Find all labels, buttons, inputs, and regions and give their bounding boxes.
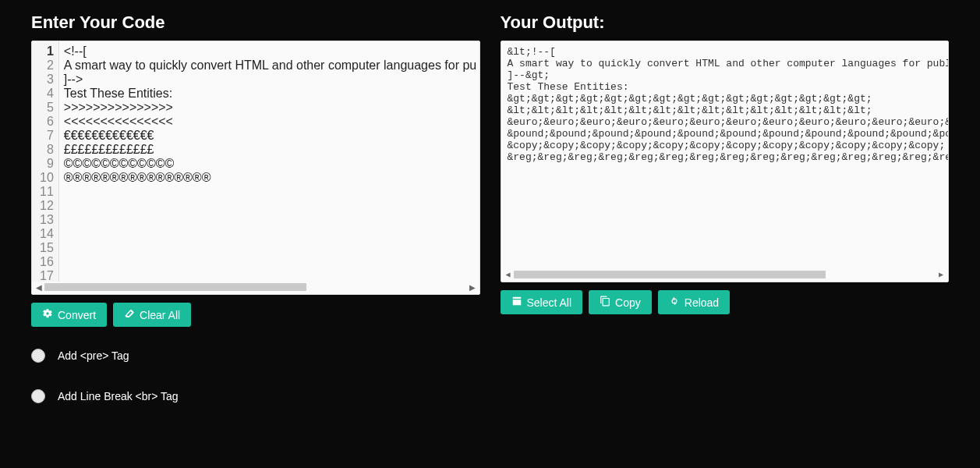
copy-button[interactable]: Copy bbox=[589, 290, 652, 314]
select-all-icon bbox=[511, 296, 522, 309]
add-pre-tag-option[interactable]: Add <pre> Tag bbox=[31, 349, 480, 363]
code-input-area[interactable]: <!--[ A smart way to quickly convert HTM… bbox=[59, 41, 479, 282]
scroll-right-icon[interactable]: ▶ bbox=[469, 283, 476, 292]
eraser-icon bbox=[124, 308, 135, 321]
add-pre-tag-label: Add <pre> Tag bbox=[58, 349, 129, 362]
clear-all-button-label: Clear All bbox=[140, 309, 180, 321]
output-area[interactable]: &lt;!--[ A smart way to quickly convert … bbox=[501, 41, 950, 282]
reload-button[interactable]: Reload bbox=[658, 290, 730, 314]
clear-all-button[interactable]: Clear All bbox=[113, 303, 191, 327]
radio-icon[interactable] bbox=[31, 389, 45, 403]
radio-icon[interactable] bbox=[31, 349, 45, 363]
convert-button[interactable]: Convert bbox=[31, 303, 107, 327]
input-horizontal-scrollbar[interactable]: ◀ ▶ bbox=[35, 282, 476, 292]
input-title: Enter Your Code bbox=[31, 12, 480, 33]
scroll-left-icon[interactable]: ◀ bbox=[504, 269, 512, 281]
select-all-button[interactable]: Select All bbox=[501, 290, 583, 314]
scroll-left-icon[interactable]: ◀ bbox=[35, 283, 43, 292]
input-column: Enter Your Code 123456789101112131415161… bbox=[31, 8, 480, 430]
output-horizontal-scrollbar[interactable]: ◀ ▶ bbox=[504, 269, 946, 280]
output-column: Your Output: &lt;!--[ A smart way to qui… bbox=[501, 8, 950, 430]
code-editor[interactable]: 123456789101112131415161718192021 <!--[ … bbox=[31, 41, 480, 295]
scroll-right-icon[interactable]: ▶ bbox=[937, 269, 945, 281]
select-all-button-label: Select All bbox=[527, 296, 572, 309]
add-br-tag-option[interactable]: Add Line Break <br> Tag bbox=[31, 389, 480, 403]
reload-button-label: Reload bbox=[685, 296, 719, 309]
copy-icon bbox=[600, 296, 610, 309]
convert-button-label: Convert bbox=[58, 309, 96, 321]
gears-icon bbox=[42, 308, 53, 321]
line-number-gutter: 123456789101112131415161718192021 bbox=[32, 41, 59, 282]
add-br-tag-label: Add Line Break <br> Tag bbox=[58, 390, 179, 402]
output-title: Your Output: bbox=[501, 12, 950, 33]
reload-icon bbox=[669, 296, 680, 309]
copy-button-label: Copy bbox=[615, 296, 641, 309]
